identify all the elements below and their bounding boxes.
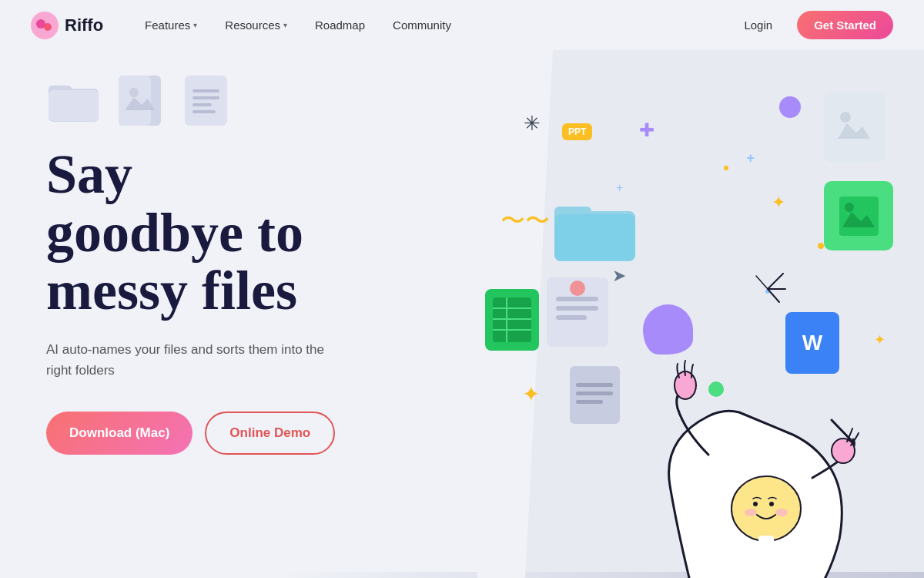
- nav-features[interactable]: Features ▾: [134, 12, 208, 38]
- hero-headline: Say goodbye to messy files: [46, 146, 431, 321]
- svg-line-46: [768, 274, 783, 289]
- character-illustration: [647, 301, 862, 578]
- svg-rect-43: [758, 536, 774, 551]
- nav-roadmap[interactable]: Roadmap: [304, 12, 376, 38]
- ppt-icon: PPT: [562, 123, 592, 140]
- hero-left: Say goodbye to messy files AI auto-names…: [0, 50, 477, 578]
- text-document-icon: [547, 277, 608, 347]
- svg-point-40: [769, 502, 774, 506]
- logo[interactable]: Riffo: [31, 12, 103, 39]
- svg-rect-34: [576, 400, 603, 404]
- svg-point-15: [840, 112, 851, 123]
- asterisk-icon: ✳: [524, 112, 541, 136]
- file-icons-row: [46, 73, 431, 127]
- svg-rect-33: [576, 391, 613, 395]
- login-button[interactable]: Login: [732, 12, 785, 38]
- yellow-diamond-1: ✦: [772, 193, 785, 213]
- nav-resources[interactable]: Resources ▾: [214, 12, 298, 38]
- svg-rect-9: [185, 76, 227, 126]
- download-button[interactable]: Download (Mac): [46, 412, 192, 455]
- image-file-icon: [112, 73, 166, 127]
- svg-rect-5: [49, 90, 99, 121]
- green-image-icon: [824, 181, 893, 250]
- grey-file-icon: [570, 366, 620, 424]
- svg-rect-12: [192, 103, 212, 106]
- svg-rect-13: [192, 110, 216, 113]
- svg-point-25: [570, 281, 585, 296]
- svg-rect-18: [554, 214, 635, 260]
- wand-sparkle: [748, 270, 787, 311]
- document-file-icon: [179, 73, 233, 127]
- illustration: ✳ PPT ✚ + 〜〜 ✦ +: [477, 50, 924, 578]
- navbar: Riffo Features ▾ Resources ▾ Roadmap Com…: [0, 0, 924, 50]
- grey-image-file: [824, 92, 886, 162]
- svg-point-20: [845, 203, 854, 212]
- svg-point-37: [832, 439, 855, 463]
- cross-icon: ✚: [639, 119, 654, 141]
- folder-icon: [46, 73, 100, 127]
- svg-rect-14: [832, 100, 874, 153]
- nav-community[interactable]: Community: [382, 12, 462, 38]
- hero-right: ✳ PPT ✚ + 〜〜 ✦ +: [477, 50, 924, 578]
- cursor-icon: ➤: [612, 266, 626, 286]
- nav-right: Login Get Started: [732, 11, 893, 39]
- get-started-button[interactable]: Get Started: [797, 11, 893, 39]
- sheets-icon: [485, 289, 539, 351]
- yellow-sparkle-1: ✦: [522, 381, 540, 407]
- svg-rect-24: [556, 315, 587, 320]
- resources-chevron-icon: ▾: [283, 21, 287, 29]
- svg-point-38: [732, 476, 801, 541]
- svg-point-39: [753, 502, 758, 506]
- svg-point-2: [44, 23, 52, 31]
- logo-icon: [31, 12, 59, 39]
- yellow-dot-2: [724, 166, 728, 170]
- features-chevron-icon: ▾: [193, 21, 197, 29]
- hero-section: Say goodbye to messy files AI auto-names…: [0, 50, 924, 578]
- purple-circle: [779, 96, 801, 118]
- hero-subtitle: AI auto-names your files and sorts them …: [46, 339, 339, 381]
- svg-rect-19: [839, 197, 879, 236]
- svg-rect-22: [556, 297, 598, 301]
- plus-icon-1: +: [746, 150, 755, 166]
- teal-folder: [554, 200, 635, 262]
- nav-links: Features ▾ Resources ▾ Roadmap Community: [134, 12, 732, 38]
- demo-button[interactable]: Online Demo: [205, 412, 335, 455]
- yellow-dot: [818, 243, 824, 249]
- svg-rect-10: [192, 89, 219, 92]
- svg-rect-32: [576, 383, 613, 387]
- svg-rect-23: [556, 306, 598, 311]
- svg-line-49: [756, 276, 768, 289]
- svg-line-48: [768, 289, 779, 302]
- svg-point-41: [745, 509, 757, 516]
- yellow-wavy: 〜〜: [500, 204, 550, 238]
- svg-rect-11: [192, 96, 219, 99]
- logo-text: Riffo: [65, 15, 103, 35]
- svg-point-8: [129, 88, 139, 97]
- cta-buttons: Download (Mac) Online Demo: [46, 412, 431, 455]
- yellow-sparkle-2: ✦: [874, 331, 886, 348]
- svg-point-42: [775, 509, 788, 516]
- plus-icon-2: +: [616, 181, 623, 195]
